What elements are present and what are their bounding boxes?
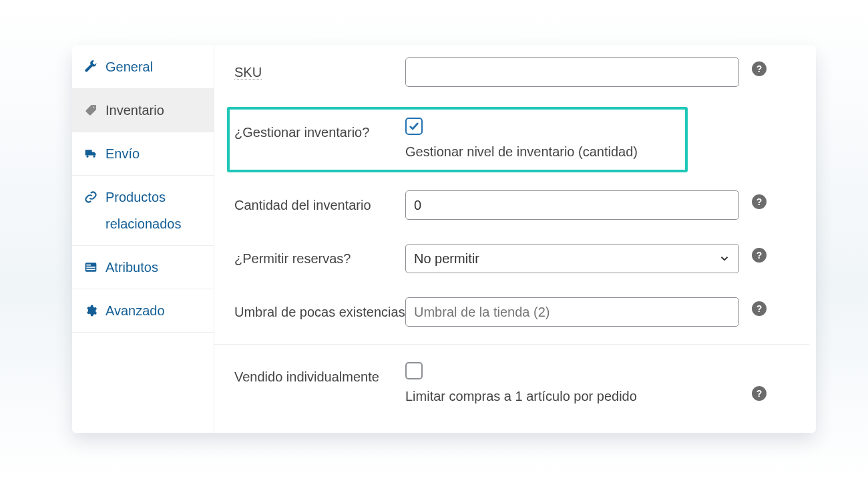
tab-general[interactable]: General: [72, 45, 214, 89]
sku-input[interactable]: [405, 57, 739, 87]
svg-rect-3: [86, 269, 95, 271]
svg-rect-2: [86, 267, 95, 268]
link-icon: [84, 190, 97, 204]
chevron-down-icon: [718, 253, 730, 265]
gear-icon: [84, 304, 97, 317]
sold-individually-subtext: Limitar compras a 1 artículo por pedido: [405, 389, 739, 404]
wrench-icon: [84, 60, 97, 73]
stock-quantity-input[interactable]: [405, 190, 739, 220]
help-icon[interactable]: ?: [752, 386, 767, 401]
product-data-panel: General Inventario Envío Productos r: [72, 45, 816, 433]
help-icon[interactable]: ?: [752, 61, 767, 76]
price-tag-icon: [84, 104, 97, 117]
row-low-stock-threshold: Umbral de pocas existencias ?: [234, 285, 809, 339]
allow-backorders-label: ¿Permitir reservas?: [234, 244, 405, 269]
divider: [214, 344, 809, 345]
tab-advanced[interactable]: Avanzado: [72, 289, 214, 333]
svg-rect-1: [86, 265, 91, 266]
tab-label: General: [105, 57, 153, 76]
stock-quantity-label: Cantidad del inventario: [234, 190, 405, 215]
tab-label-line2: relacionados: [84, 214, 202, 233]
tab-label: Atributos: [105, 258, 158, 277]
tab-label: Productos: [105, 188, 166, 206]
low-stock-threshold-input[interactable]: [405, 297, 739, 327]
row-sku: SKU ?: [234, 45, 809, 99]
tab-attributes[interactable]: Atributos: [72, 246, 214, 289]
list-detail-icon: [84, 261, 97, 274]
manage-inventory-checkbox[interactable]: [405, 118, 423, 135]
select-value: No permitir: [414, 251, 479, 267]
sold-individually-label: Vendido individualmente: [234, 362, 405, 387]
manage-inventory-subtext: Gestionar nivel de inventario (cantidad): [405, 144, 739, 160]
help-icon[interactable]: ?: [752, 248, 767, 263]
allow-backorders-select[interactable]: No permitir: [405, 244, 739, 273]
tab-shipping[interactable]: Envío: [72, 132, 214, 176]
sku-label: SKU: [234, 57, 405, 82]
help-icon[interactable]: ?: [752, 301, 767, 316]
product-data-tabs: General Inventario Envío Productos r: [72, 45, 214, 433]
tab-label: Inventario: [105, 101, 164, 120]
help-icon[interactable]: ?: [752, 194, 767, 209]
tab-inventory[interactable]: Inventario: [72, 89, 214, 132]
tab-linked-products[interactable]: Productos relacionados: [72, 176, 214, 246]
sold-individually-checkbox[interactable]: [405, 362, 423, 379]
row-stock-quantity: Cantidad del inventario ?: [234, 178, 809, 232]
check-icon: [409, 121, 419, 132]
tab-label: Envío: [105, 144, 140, 163]
inventory-form: SKU ? ¿Gestionar inventario? Gestionar n…: [214, 45, 816, 433]
low-stock-threshold-label: Umbral de pocas existencias: [234, 297, 405, 322]
tab-label: Avanzado: [105, 301, 165, 320]
truck-icon: [84, 147, 97, 160]
row-allow-backorders: ¿Permitir reservas? No permitir ?: [234, 232, 809, 285]
row-manage-inventory: ¿Gestionar inventario? Gestionar nivel d…: [234, 99, 809, 178]
row-sold-individually: Vendido individualmente Limitar compras …: [234, 350, 809, 404]
manage-inventory-label: ¿Gestionar inventario?: [234, 118, 405, 142]
